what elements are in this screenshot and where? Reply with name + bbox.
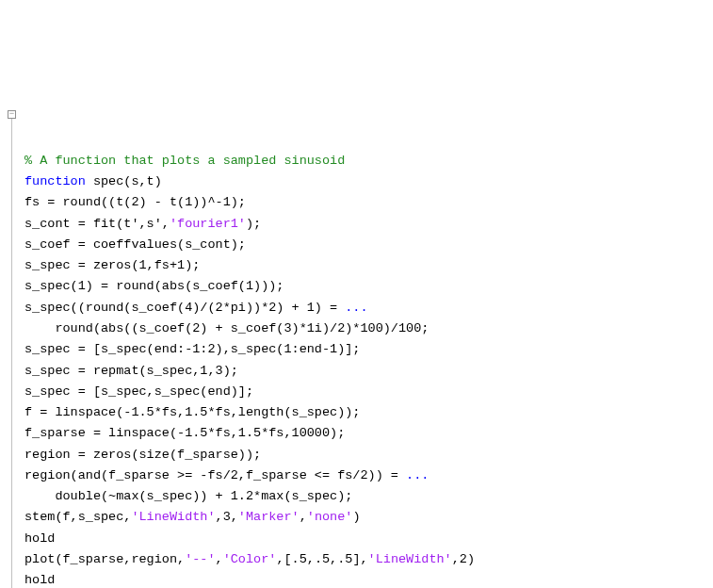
code-line: % A function that plots a sampled sinuso… [8,151,705,172]
code-token: 'none' [307,510,353,524]
code-token: , [300,510,307,524]
code-token: s_spec = repmat(s_spec,1,3); [24,364,238,378]
code-token: function [24,174,86,188]
code-token: % A function that plots a sampled sinuso… [24,154,345,168]
code-token: s_spec((round(s_coef(4)/(2*pi))*2) + 1) … [24,301,345,315]
code-token: fs = round((t(2) - t(1))^-1); [24,195,246,209]
code-token: ,3, [216,510,238,524]
code-token: '--' [185,552,215,566]
code-token: double(~max(s_spec)) + 1.2*max(s_spec); [24,489,352,503]
code-token: plot(f_sparse,region, [24,552,185,566]
code-editor[interactable]: − % A function that plots a sampled sinu… [8,88,705,588]
code-token: ... [345,301,367,315]
code-token: spec(s,t) [86,174,162,188]
code-token: ,2) [452,552,475,566]
code-line: s_coef = coeffvalues(s_cont); [8,235,705,255]
code-token: s_spec = zeros(1,fs+1); [24,258,200,272]
code-token: 'fourier1' [170,217,246,231]
code-token: s_coef = coeffvalues(s_cont); [24,237,246,252]
code-line: hold [8,529,705,549]
code-line: s_spec(1) = round(abs(s_coef(1))); [8,276,705,297]
code-token: ... [406,468,429,482]
code-line: round(abs((s_coef(2) + s_coef(3)*1i)/2)*… [8,318,705,339]
code-token: 'LineWidth' [131,510,215,524]
code-token: s_spec(1) = round(abs(s_coef(1))); [24,279,284,293]
code-token: s_spec = [s_spec(end:-1:2),s_spec(1:end-… [24,342,360,356]
code-line: region(and(f_sparse >= -fs/2,f_sparse <=… [8,466,705,486]
code-lines: % A function that plots a sampled sinuso… [8,151,705,588]
code-token: 'Color' [223,552,277,566]
code-token: hold [24,531,55,546]
code-token: ) [352,510,360,524]
code-token: region = zeros(size(f_sparse)); [24,448,261,462]
code-line: s_cont = fit(t',s','fourier1'); [8,214,705,235]
code-token: f_sparse = linspace(-1.5*fs,1.5*fs,10000… [24,426,345,440]
code-token: stem(f,s_spec, [24,510,131,524]
code-token: 'Marker' [238,510,300,524]
code-line: plot(f_sparse,region,'--','Color',[.5,.5… [8,549,705,570]
code-token: round(abs((s_coef(2) + s_coef(3)*1i)/2)*… [24,321,429,335]
code-line: f = linspace(-1.5*fs,1.5*fs,length(s_spe… [8,402,705,423]
code-line: s_spec = [s_spec,s_spec(end)]; [8,382,705,402]
fold-toggle-icon[interactable]: − [8,110,16,119]
code-line: s_spec = zeros(1,fs+1); [8,255,705,276]
code-token: ); [246,217,261,231]
code-line: s_spec((round(s_coef(4)/(2*pi))*2) + 1) … [8,298,705,318]
code-line: function spec(s,t) [8,172,705,192]
code-line: region = zeros(size(f_sparse)); [8,445,705,466]
code-token: ,[.5,.5,.5], [276,552,367,566]
code-token: s_spec = [s_spec,s_spec(end)]; [24,384,253,399]
code-line: s_spec = repmat(s_spec,1,3); [8,361,705,382]
code-line: double(~max(s_spec)) + 1.2*max(s_spec); [8,486,705,507]
code-token: , [216,552,223,566]
code-token: region(and(f_sparse >= -fs/2,f_sparse <=… [24,468,406,482]
code-line: fs = round((t(2) - t(1))^-1); [8,192,705,213]
code-token: f = linspace(-1.5*fs,1.5*fs,length(s_spe… [24,405,360,419]
code-line: s_spec = [s_spec(end:-1:2),s_spec(1:end-… [8,339,705,360]
code-line: hold [8,570,705,588]
code-line: f_sparse = linspace(-1.5*fs,1.5*fs,10000… [8,423,705,444]
code-line: stem(f,s_spec,'LineWidth',3,'Marker','no… [8,507,705,528]
code-token: s_cont = fit(t',s', [24,217,170,231]
code-token: 'LineWidth' [368,552,452,566]
code-token: hold [24,573,55,587]
